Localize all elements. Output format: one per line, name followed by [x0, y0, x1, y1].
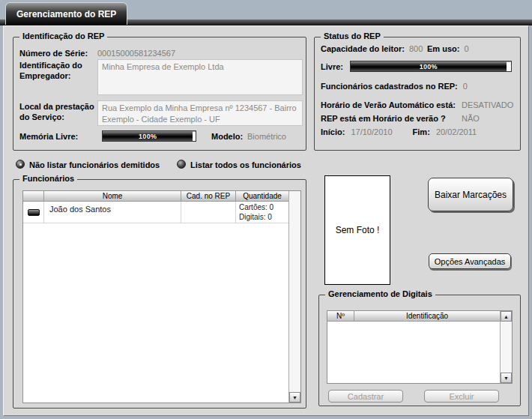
label-livre: Livre: [321, 62, 343, 73]
value-rep-horario-verao: NÃO [462, 114, 480, 123]
label-rep-horario-verao: REP está em Horário de verão ? [321, 114, 446, 123]
main-panel: Identificação do REP Número de Série: 00… [3, 25, 529, 416]
digitais-table-header: Nº Identificação [327, 311, 500, 322]
header-cell-nome[interactable]: Nome [44, 191, 181, 202]
group-gerenciamento-digitais: Gerenciamento de Digitais Nº Identificaç… [318, 295, 521, 406]
group-funcionarios: Funcionários Nome Cad. no REP Quantidade… [13, 179, 306, 409]
header-cell-numero[interactable]: Nº [327, 311, 354, 322]
digitais-scrollbar[interactable]: ▲ ▼ [500, 311, 512, 383]
group-status-legend: Status do REP [321, 31, 384, 40]
radio-selected-dot [19, 163, 22, 166]
scroll-down-button-digitais[interactable]: ▼ [501, 373, 512, 383]
group-funcionarios-legend: Funcionários [19, 174, 77, 183]
baixar-marcacoes-label: Baixar Marcações [435, 190, 507, 200]
opcoes-avancadas-label: Opções Avançadas [435, 257, 506, 266]
photo-placeholder: Sem Foto ! [324, 175, 390, 285]
label-em-uso: Em uso: [427, 44, 459, 53]
scroll-down-icon-digitais: ▼ [504, 376, 509, 381]
label-inicio: Início: [321, 127, 345, 136]
opcoes-avancadas-button[interactable]: Opções Avançadas [429, 253, 511, 269]
field-identificacao-empregador: Minha Empresa de Exemplo Ltda [97, 59, 303, 95]
tab-gerenciamento-rep[interactable]: Gerenciamento do REP [5, 2, 127, 25]
value-fim: 20/02/2011 [436, 127, 477, 136]
cell-quantidade-digitais: Digitais: 0 [236, 212, 288, 222]
field-local-prestacao: Rua Exemplo da Minha Empresa nº 1234567 … [97, 100, 303, 126]
group-identificacao-legend: Identificação do REP [19, 31, 107, 40]
scroll-down-button[interactable]: ▼ [289, 392, 300, 403]
label-identificacao-empregador: Identificação do Empregador: [19, 61, 94, 82]
group-identificacao-rep: Identificação do REP Número de Série: 00… [13, 37, 306, 151]
header-cell-quantidade[interactable]: Quantidade [236, 191, 288, 202]
cadastrar-label: Cadastrar [348, 392, 384, 401]
value-horario-verao-automatico: DESATIVADO [462, 100, 513, 109]
progressbar-memoria-fill: 100% [103, 131, 193, 141]
cadastrar-button[interactable]: Cadastrar [328, 390, 403, 403]
scroll-down-icon: ▼ [292, 395, 297, 400]
radio-listar-todos-label[interactable]: Listar todos os funcionários [190, 160, 301, 171]
label-fim: Fim: [413, 127, 430, 136]
rep-management-window: Gerenciamento do REP Identificação do RE… [0, 0, 532, 419]
progressbar-livre-fill: 100% [351, 61, 507, 71]
cell-quantidade: Cartões: 0 Digitais: 0 [236, 202, 288, 223]
excluir-button[interactable]: Excluir [424, 390, 499, 403]
header-cell-identificacao[interactable]: Identificação [354, 311, 500, 322]
baixar-marcacoes-button[interactable]: Baixar Marcações [428, 178, 513, 211]
funcionarios-table-header: Nome Cad. no REP Quantidade [23, 191, 288, 202]
progressbar-memoria-livre: 100% [102, 130, 196, 142]
group-digitais-legend: Gerenciamento de Digitais [325, 289, 435, 298]
photo-placeholder-text: Sem Foto ! [336, 225, 380, 235]
label-horario-verao-automatico: Horário de Verão Automático está: [321, 100, 456, 109]
value-capacidade-leitor: 800 [409, 44, 423, 53]
row-select-button[interactable] [28, 209, 40, 216]
value-funcionarios-cadastrados: 0 [463, 82, 468, 91]
radio-listar-todos[interactable] [177, 160, 186, 169]
digitais-list: Nº Identificação ▲ ▼ [327, 310, 513, 384]
cell-nome: João dos Santos [44, 202, 181, 223]
progressbar-livre: 100% [350, 61, 512, 72]
header-cell-cad-no-rep[interactable]: Cad. no REP [181, 191, 236, 202]
excluir-label: Excluir [449, 392, 474, 401]
cell-quantidade-cartoes: Cartões: 0 [236, 202, 288, 212]
digitais-list-main: Nº Identificação [327, 311, 500, 383]
radio-nao-listar-label[interactable]: Não listar funcionários demitidos [29, 160, 160, 171]
cell-cad-no-rep [181, 202, 236, 223]
scroll-up-button[interactable]: ▲ [501, 311, 512, 322]
value-numero-serie: 00015000581234567 [97, 49, 175, 58]
label-funcionarios-cadastrados: Funcionários cadastrados no REP: [321, 82, 458, 91]
table-row[interactable]: João dos Santos Cartões: 0 Digitais: 0 [23, 202, 288, 223]
header-cell-select[interactable] [23, 191, 44, 202]
value-em-uso: 0 [464, 44, 468, 53]
value-modelo: Biométrico [247, 132, 286, 141]
group-status-rep: Status do REP Capacidade do leitor: 800 … [314, 37, 521, 151]
label-numero-serie: Número de Série: [19, 49, 88, 59]
radio-nao-listar-demitidos[interactable] [16, 160, 25, 169]
label-memoria-livre: Memória Livre: [19, 132, 78, 142]
label-local-prestacao: Local da prestação do Serviço: [19, 102, 99, 123]
funcionarios-list: Nome Cad. no REP Quantidade João dos San… [22, 190, 301, 403]
funcionarios-list-main: Nome Cad. no REP Quantidade João dos San… [23, 191, 288, 403]
funcionarios-scrollbar[interactable]: ▼ [288, 191, 300, 403]
value-inicio: 17/10/2010 [351, 127, 392, 136]
label-modelo: Modelo: [211, 132, 243, 142]
scroll-up-icon: ▲ [504, 314, 509, 319]
cell-select [23, 202, 44, 223]
tab-title: Gerenciamento do REP [16, 9, 116, 19]
label-capacidade-leitor: Capacidade do leitor: [321, 44, 405, 53]
